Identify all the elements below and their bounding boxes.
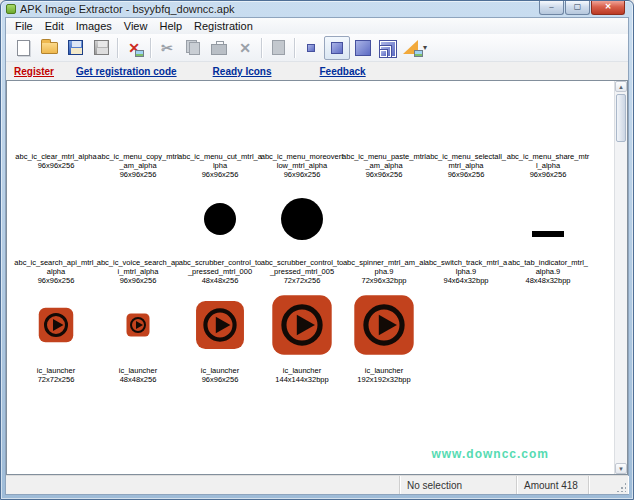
image-item[interactable]: abc_ic_clear_mtrl_alpha96x96x256 — [16, 97, 96, 179]
menu-edit[interactable]: Edit — [39, 19, 70, 33]
thumbnail-blank — [426, 97, 506, 145]
image-item[interactable]: ic_launcher144x144x32bpp — [262, 291, 342, 384]
window-controls: – ▢ ✕ — [538, 1, 625, 15]
image-size: 96x96x256 — [178, 375, 262, 384]
stacked-squares-icon — [380, 39, 398, 57]
image-item[interactable]: ic_launcher96x96x256 — [180, 291, 260, 384]
image-name: abc_ic_menu_moreoverflow_mtrl_alpha — [260, 152, 344, 170]
image-item[interactable]: abc_ic_menu_paste_mtrl_am_alpha96x96x256 — [344, 97, 424, 179]
export-button[interactable] — [265, 36, 291, 60]
ruler-settings-button[interactable]: ▾ — [402, 36, 428, 60]
scrollbar-track[interactable] — [615, 92, 627, 463]
menu-help[interactable]: Help — [153, 19, 188, 33]
save-button[interactable] — [62, 36, 88, 60]
toolbar-separator — [261, 38, 262, 58]
thumbnail-circle-small — [180, 187, 260, 251]
paste-button[interactable] — [206, 36, 232, 60]
image-item[interactable]: abc_ic_search_api_mtrl_alpha96x96x256 — [16, 187, 96, 285]
thumbnail-launcher — [262, 291, 342, 359]
launcher-play-icon — [271, 294, 333, 356]
menu-file[interactable]: File — [9, 19, 39, 33]
launcher-play-icon — [195, 300, 245, 350]
maximize-button[interactable]: ▢ — [565, 1, 590, 15]
image-size: 96x96x256 — [260, 170, 344, 179]
image-item[interactable]: abc_scrubber_control_to_pressed_mtrl_000… — [180, 187, 260, 285]
thumbnail-blank — [98, 187, 178, 251]
thumbnail-launcher — [16, 291, 96, 359]
thumbnail-launcher — [180, 291, 260, 359]
image-item[interactable]: ic_launcher72x72x256 — [16, 291, 96, 384]
image-item[interactable]: abc_ic_menu_cut_mtrl_alpha96x96x256 — [180, 97, 260, 179]
register-link[interactable]: Register — [14, 66, 54, 77]
save-all-icon — [94, 40, 109, 55]
image-item[interactable]: ic_launcher48x48x256 — [98, 291, 178, 384]
image-item[interactable]: abc_ic_menu_moreoverflow_mtrl_alpha96x96… — [262, 97, 342, 179]
scrollbar-thumb[interactable] — [616, 94, 626, 142]
get-registration-code-link[interactable]: Get registration code — [76, 66, 177, 77]
cut-button[interactable]: ✂ — [154, 36, 180, 60]
menu-bar: File Edit Images View Help Registration — [6, 18, 628, 34]
feedback-link[interactable]: Feedback — [320, 66, 366, 77]
size-all-button[interactable] — [376, 36, 402, 60]
toolbar-separator — [117, 38, 118, 58]
toolbar-separator — [150, 38, 151, 58]
image-name: abc_spinner_mtrl_am_alpha.9 — [342, 258, 426, 276]
image-name: abc_ic_menu_paste_mtrl_am_alpha — [342, 152, 426, 170]
title-bar[interactable]: APK Image Extractor - bsyybfq_downcc.apk… — [1, 1, 633, 17]
image-size: 96x96x256 — [506, 170, 590, 179]
image-size: 72x72x256 — [14, 375, 98, 384]
copy-button[interactable] — [180, 36, 206, 60]
image-size: 192x192x32bpp — [342, 375, 426, 384]
image-item[interactable]: abc_ic_voice_search_api_mtrl_alpha96x96x… — [98, 187, 178, 285]
menu-images[interactable]: Images — [70, 19, 118, 33]
image-size: 96x96x256 — [178, 170, 262, 179]
save-all-button[interactable] — [88, 36, 114, 60]
image-row: ic_launcher72x72x256 ic_launcher48x48x25… — [15, 291, 613, 384]
image-name: abc_ic_voice_search_api_mtrl_alpha — [96, 258, 180, 276]
scroll-down-button[interactable]: ▼ — [615, 463, 627, 474]
menu-view[interactable]: View — [118, 19, 154, 33]
export-icon — [272, 40, 285, 55]
small-square-icon — [307, 44, 315, 52]
black-bar-thumbnail — [532, 231, 564, 237]
image-item[interactable]: abc_spinner_mtrl_am_alpha.972x96x32bpp — [344, 187, 424, 285]
paste-icon — [211, 44, 227, 55]
medium-square-icon — [331, 42, 343, 54]
app-window: APK Image Extractor - bsyybfq_downcc.apk… — [0, 0, 634, 500]
dropdown-arrow-icon[interactable]: ▾ — [423, 43, 427, 52]
image-item[interactable]: abc_scrubber_control_to_pressed_mtrl_005… — [262, 187, 342, 285]
image-size: 96x96x256 — [96, 170, 180, 179]
open-file-button[interactable] — [36, 36, 62, 60]
image-item[interactable]: abc_ic_menu_copy_mtrl_am_alpha96x96x256 — [98, 97, 178, 179]
scroll-up-button[interactable]: ▲ — [615, 81, 627, 92]
image-item[interactable]: ic_launcher192x192x32bpp — [344, 291, 424, 384]
size-medium-button[interactable] — [324, 36, 350, 60]
size-large-button[interactable] — [350, 36, 376, 60]
image-row: abc_ic_clear_mtrl_alpha96x96x256 abc_ic_… — [15, 97, 613, 179]
large-square-icon — [355, 40, 371, 56]
thumbnail-blank — [344, 187, 424, 251]
image-item[interactable]: abc_tab_indicator_mtrl_alpha.948x48x32bp… — [508, 187, 588, 285]
image-item[interactable]: abc_ic_menu_selectall_mtrl_alpha96x96x25… — [426, 97, 506, 179]
menu-registration[interactable]: Registration — [188, 19, 259, 33]
image-item[interactable]: abc_switch_track_mtrl_alpha.994x64x32bpp — [426, 187, 506, 285]
delete-button[interactable]: ✕ — [232, 36, 258, 60]
close-button[interactable]: ✕ — [591, 1, 625, 15]
image-name: abc_ic_clear_mtrl_alpha — [14, 152, 98, 161]
window-title: APK Image Extractor - bsyybfq_downcc.apk — [20, 3, 235, 15]
image-size: 48x48x256 — [96, 375, 180, 384]
resize-grip[interactable] — [616, 482, 626, 492]
size-small-button[interactable] — [298, 36, 324, 60]
new-file-button[interactable] — [10, 36, 36, 60]
image-name: abc_scrubber_control_to_pressed_mtrl_000 — [178, 258, 262, 276]
launcher-play-icon — [38, 307, 74, 343]
vertical-scrollbar[interactable]: ▲ ▼ — [614, 81, 627, 474]
image-name: abc_scrubber_control_to_pressed_mtrl_005 — [260, 258, 344, 276]
image-size: 96x96x256 — [14, 276, 98, 285]
image-name: abc_switch_track_mtrl_alpha.9 — [424, 258, 508, 276]
remove-image-button[interactable]: ✕ — [121, 36, 147, 60]
image-item[interactable]: abc_ic_menu_share_mtrl_alpha96x96x256 — [508, 97, 588, 179]
image-name: abc_ic_menu_cut_mtrl_alpha — [178, 152, 262, 170]
minimize-button[interactable]: – — [539, 1, 564, 15]
ready-icons-link[interactable]: Ready Icons — [213, 66, 272, 77]
